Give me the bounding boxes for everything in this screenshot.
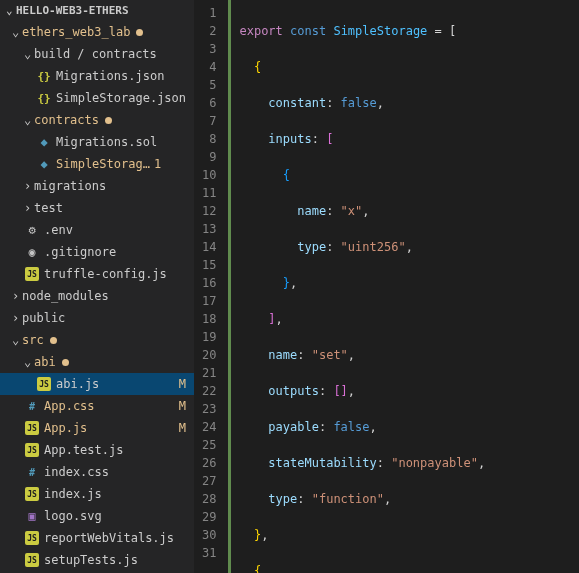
file-abi-js[interactable]: JSabi.jsM	[0, 373, 194, 395]
file-simplestorage-json[interactable]: {}SimpleStorage.json	[0, 87, 194, 109]
folder-abi[interactable]: ⌄abi	[0, 351, 194, 373]
modified-dot-icon	[62, 359, 69, 366]
solidity-icon: ◆	[36, 134, 52, 150]
folder-ethers-web3-lab[interactable]: ⌄ethers_web3_lab	[0, 21, 194, 43]
modified-dot-icon	[136, 29, 143, 36]
svg-icon: ▣	[24, 508, 40, 524]
project-header[interactable]: ⌄ HELLO-WEB3-ETHERS	[0, 0, 194, 21]
css-icon: #	[24, 398, 40, 414]
chevron-down-icon: ⌄	[12, 25, 22, 39]
modified-dot-icon	[50, 337, 57, 344]
chevron-down-icon: ⌄	[6, 4, 16, 17]
folder-node-modules[interactable]: ›node_modules	[0, 285, 194, 307]
js-icon: JS	[24, 530, 40, 546]
folder-test[interactable]: ›test	[0, 197, 194, 219]
gear-icon: ⚙	[24, 222, 40, 238]
file-env[interactable]: ⚙.env	[0, 219, 194, 241]
file-migrations-json[interactable]: {}Migrations.json	[0, 65, 194, 87]
file-truffle-config[interactable]: JStruffle-config.js	[0, 263, 194, 285]
css-icon: #	[24, 464, 40, 480]
file-index-js[interactable]: JSindex.js	[0, 483, 194, 505]
chevron-down-icon: ⌄	[24, 355, 34, 369]
chevron-down-icon: ⌄	[24, 47, 34, 61]
chevron-right-icon: ›	[24, 201, 34, 215]
solidity-icon: ◆	[36, 156, 52, 172]
file-gitignore[interactable]: ◉.gitignore	[0, 241, 194, 263]
chevron-right-icon: ›	[24, 179, 34, 193]
file-setuptests[interactable]: JSsetupTests.js	[0, 549, 194, 571]
project-name: HELLO-WEB3-ETHERS	[16, 4, 129, 17]
modified-badge: M	[179, 377, 186, 391]
folder-migrations[interactable]: ›migrations	[0, 175, 194, 197]
js-icon: JS	[24, 552, 40, 568]
modified-badge: M	[179, 421, 186, 435]
git-icon: ◉	[24, 244, 40, 260]
file-simplestorage-sol[interactable]: ◆SimpleStorag…1	[0, 153, 194, 175]
file-reportwebvitals[interactable]: JSreportWebVitals.js	[0, 527, 194, 549]
js-icon: JS	[24, 266, 40, 282]
js-icon: JS	[24, 420, 40, 436]
folder-contracts[interactable]: ⌄contracts	[0, 109, 194, 131]
line-gutter: 1234567891011121314151617181920212223242…	[194, 0, 228, 573]
chevron-right-icon: ›	[12, 289, 22, 303]
json-icon: {}	[36, 90, 52, 106]
js-icon: JS	[36, 376, 52, 392]
file-logo-svg[interactable]: ▣logo.svg	[0, 505, 194, 527]
file-migrations-sol[interactable]: ◆Migrations.sol	[0, 131, 194, 153]
folder-build-contracts[interactable]: ⌄build / contracts	[0, 43, 194, 65]
file-app-css[interactable]: #App.cssM	[0, 395, 194, 417]
modified-badge: M	[179, 399, 186, 413]
folder-src[interactable]: ⌄src	[0, 329, 194, 351]
folder-public[interactable]: ›public	[0, 307, 194, 329]
js-icon: JS	[24, 442, 40, 458]
chevron-right-icon: ›	[12, 311, 22, 325]
code-content[interactable]: export const SimpleStorage = [ { constan…	[228, 0, 579, 573]
file-index-css[interactable]: #index.css	[0, 461, 194, 483]
code-editor[interactable]: 1234567891011121314151617181920212223242…	[194, 0, 579, 573]
chevron-down-icon: ⌄	[12, 333, 22, 347]
file-app-js[interactable]: JSApp.jsM	[0, 417, 194, 439]
json-icon: {}	[36, 68, 52, 84]
modified-dot-icon	[105, 117, 112, 124]
file-explorer-sidebar[interactable]: ⌄ HELLO-WEB3-ETHERS ⌄ethers_web3_lab ⌄bu…	[0, 0, 194, 573]
js-icon: JS	[24, 486, 40, 502]
file-app-test-js[interactable]: JSApp.test.js	[0, 439, 194, 461]
chevron-down-icon: ⌄	[24, 113, 34, 127]
